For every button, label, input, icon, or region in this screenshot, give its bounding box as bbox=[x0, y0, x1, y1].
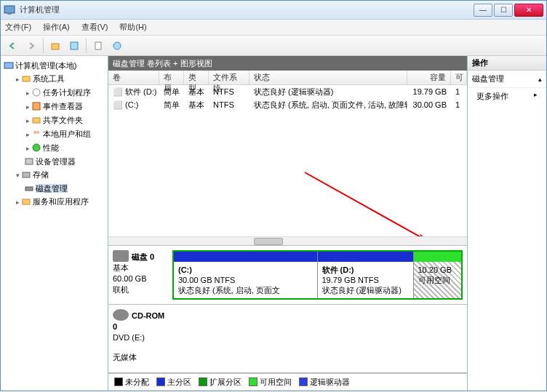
col-status[interactable]: 状态 bbox=[249, 71, 407, 84]
tree-device-manager[interactable]: 设备管理器 bbox=[24, 155, 106, 168]
up-button[interactable] bbox=[47, 37, 64, 55]
disk-0-label[interactable]: 磁盘 0 基本 60.00 GB 联机 bbox=[113, 250, 168, 300]
svg-line-18 bbox=[305, 172, 428, 236]
navigation-tree: 计算机管理(本地) ▸系统工具 ▸任务计划程序 ▸事件查看器 ▸共享文件夹 ▸本… bbox=[1, 56, 108, 391]
col-layout[interactable]: 布局 bbox=[159, 71, 184, 84]
tree-services[interactable]: ▸服务和应用程序 bbox=[14, 195, 106, 209]
app-icon bbox=[4, 4, 15, 16]
tree-disk-management[interactable]: 磁盘管理 bbox=[24, 182, 106, 195]
cdrom-row: CD-ROM 0 DVD (E:) 无媒体 bbox=[108, 305, 467, 373]
tree-root[interactable]: 计算机管理(本地) ▸系统工具 ▸任务计划程序 ▸事件查看器 ▸共享文件夹 ▸本… bbox=[4, 59, 106, 209]
svg-rect-10 bbox=[33, 118, 40, 123]
svg-rect-1 bbox=[7, 13, 12, 15]
back-button[interactable] bbox=[4, 37, 21, 55]
actions-pane: 操作 磁盘管理▴ 更多操作 ▸ bbox=[468, 56, 546, 391]
tree-shared-folders[interactable]: ▸共享文件夹 bbox=[24, 113, 106, 127]
svg-rect-17 bbox=[23, 199, 30, 204]
horizontal-scrollbar[interactable] bbox=[108, 236, 467, 245]
help-button[interactable] bbox=[108, 37, 126, 55]
refresh-button[interactable] bbox=[65, 37, 83, 55]
svg-point-8 bbox=[33, 89, 40, 96]
actions-context[interactable]: 磁盘管理▴ bbox=[468, 71, 546, 88]
actions-header: 操作 bbox=[468, 56, 546, 71]
menu-view[interactable]: 查看(V) bbox=[81, 22, 108, 33]
tree-storage[interactable]: ▾存储 磁盘管理 bbox=[14, 168, 106, 195]
svg-point-13 bbox=[33, 144, 40, 151]
graphical-view: 磁盘 0 基本 60.00 GB 联机 (C:) 30.00 GB NTFS 状… bbox=[108, 245, 467, 391]
svg-rect-7 bbox=[23, 76, 30, 81]
svg-rect-2 bbox=[52, 44, 59, 49]
svg-point-11 bbox=[33, 131, 36, 134]
svg-rect-3 bbox=[71, 42, 78, 49]
legend: 未分配 主分区 扩展分区 可用空间 逻辑驱动器 bbox=[108, 373, 467, 391]
annotation-arrow bbox=[298, 165, 443, 236]
center-header: 磁盘管理 卷列表 + 图形视图 bbox=[108, 56, 467, 71]
col-type[interactable]: 类型 bbox=[184, 71, 209, 84]
col-volume[interactable]: 卷 bbox=[108, 71, 159, 84]
title-bar: 计算机管理 — ☐ ✕ bbox=[1, 1, 546, 20]
close-button[interactable]: ✕ bbox=[514, 4, 543, 17]
svg-rect-14 bbox=[25, 159, 33, 164]
svg-rect-16 bbox=[25, 187, 33, 191]
tree-system-tools[interactable]: ▸系统工具 ▸任务计划程序 ▸事件查看器 ▸共享文件夹 ▸本地用户和组 ▸性能 … bbox=[14, 72, 106, 168]
col-filesystem[interactable]: 文件系统 bbox=[209, 71, 249, 84]
svg-rect-9 bbox=[33, 103, 40, 110]
table-row[interactable]: ⬜ (C:)简单基本NTFS状态良好 (系统, 启动, 页面文件, 活动, 故障… bbox=[108, 98, 467, 111]
properties-button[interactable] bbox=[89, 37, 107, 55]
cdrom-label[interactable]: CD-ROM 0 DVD (E:) 无媒体 bbox=[113, 309, 168, 368]
minimize-button[interactable]: — bbox=[474, 4, 492, 17]
forward-button[interactable] bbox=[23, 37, 40, 55]
disk-icon bbox=[113, 250, 129, 262]
table-row[interactable]: ⬜ 软件 (D:)简单基本NTFS状态良好 (逻辑驱动器)19.79 GB1 bbox=[108, 85, 467, 98]
svg-point-12 bbox=[36, 131, 39, 134]
menu-file[interactable]: 文件(F) bbox=[5, 22, 31, 33]
tree-performance[interactable]: ▸性能 bbox=[24, 141, 106, 155]
svg-rect-6 bbox=[4, 63, 13, 68]
disk-0-row: 磁盘 0 基本 60.00 GB 联机 (C:) 30.00 GB NTFS 状… bbox=[108, 246, 467, 305]
svg-point-5 bbox=[113, 42, 121, 49]
col-capacity[interactable]: 容量 bbox=[407, 71, 451, 84]
tree-event-viewer[interactable]: ▸事件查看器 bbox=[24, 100, 106, 113]
partition-free[interactable]: 10.20 GB 可用空间 bbox=[414, 252, 462, 298]
toolbar bbox=[1, 36, 546, 56]
svg-marker-19 bbox=[417, 233, 428, 236]
partition-c[interactable]: (C:) 30.00 GB NTFS 状态良好 (系统, 启动, 页面文 bbox=[174, 252, 318, 298]
window-title: 计算机管理 bbox=[20, 4, 474, 15]
actions-more[interactable]: 更多操作 ▸ bbox=[468, 88, 546, 105]
tree-local-users[interactable]: ▸本地用户和组 bbox=[24, 127, 106, 141]
maximize-button[interactable]: ☐ bbox=[494, 4, 513, 17]
volume-list: 卷 布局 类型 文件系统 状态 容量 可 ⬜ 软件 (D:)简单基本NTFS状态… bbox=[108, 71, 467, 245]
chevron-up-icon: ▴ bbox=[538, 76, 542, 83]
col-free[interactable]: 可 bbox=[451, 71, 467, 84]
svg-rect-4 bbox=[95, 42, 101, 49]
menu-help[interactable]: 帮助(H) bbox=[119, 22, 146, 33]
partition-d[interactable]: 软件 (D:) 19.79 GB NTFS 状态良好 (逻辑驱动器) bbox=[318, 252, 414, 298]
menu-action[interactable]: 操作(A) bbox=[43, 22, 70, 33]
chevron-right-icon: ▸ bbox=[534, 91, 538, 98]
svg-rect-15 bbox=[23, 172, 30, 177]
menu-bar: 文件(F) 操作(A) 查看(V) 帮助(H) bbox=[1, 20, 546, 36]
cdrom-icon bbox=[113, 309, 129, 321]
svg-rect-0 bbox=[4, 6, 15, 13]
tree-task-scheduler[interactable]: ▸任务计划程序 bbox=[24, 86, 106, 100]
volume-table-header: 卷 布局 类型 文件系统 状态 容量 可 bbox=[108, 71, 467, 85]
